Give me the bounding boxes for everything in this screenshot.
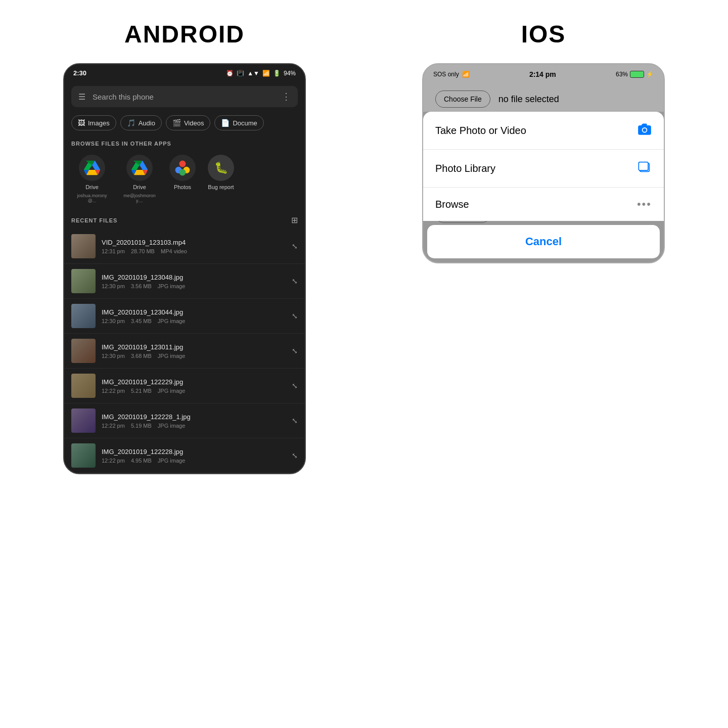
file-size: 3.68 MB [131,353,152,359]
audio-icon: 🎵 [127,119,135,127]
file-row[interactable]: IMG_20201019_122229.jpg 12:22 pm 5.21 MB… [64,369,305,403]
file-info: IMG_20201019_122228.jpg 12:22 pm 4.95 MB… [102,448,286,464]
android-status-bar: 2:30 ⏰ 📳 ▲▼ 📶 🔋 94% [64,64,305,82]
file-meta: 12:30 pm 3.45 MB JPG image [102,318,286,324]
tab-audio[interactable]: 🎵 Audio [120,115,162,130]
partial-file-row: Choose File no file selected [423,90,664,112]
bug-label: Bug report [208,184,234,190]
photo-library-icon [638,160,652,177]
file-meta: 12:22 pm 5.19 MB JPG image [102,423,286,429]
file-size: 4.95 MB [131,458,152,464]
expand-icon[interactable]: ⤡ [292,417,298,425]
file-row[interactable]: VID_20201019_123103.mp4 12:31 pm 28.70 M… [64,229,305,264]
expand-icon[interactable]: ⤡ [292,277,298,285]
file-row[interactable]: IMG_20201019_122228.jpg 12:22 pm 4.95 MB… [64,438,305,473]
file-time: 12:22 pm [102,423,125,429]
photo-library-svg [638,160,652,174]
file-name: IMG_20201019_123044.jpg [102,308,286,316]
file-info: IMG_20201019_123048.jpg 12:30 pm 3.56 MB… [102,274,286,289]
file-meta: 12:30 pm 3.68 MB JPG image [102,353,286,359]
videos-icon: 🎬 [172,119,181,127]
action-browse[interactable]: Browse ••• [423,188,664,221]
tab-videos[interactable]: 🎬 Videos [166,115,211,130]
google-photos-icon [173,159,192,177]
choose-file-btn-partial[interactable]: Choose File [435,90,490,108]
action-photo-library[interactable]: Photo Library [423,150,664,188]
dots-icon: ••• [637,198,652,211]
file-type: JPG image [158,283,185,289]
action-take-photo[interactable]: Take Photo or Video [423,112,664,150]
grid-view-icon[interactable]: ⊞ [291,215,298,225]
file-size: 3.56 MB [131,283,152,289]
file-type: JPG image [158,423,185,429]
category-tabs: 🖼 Images 🎵 Audio 🎬 Videos 📄 Docume [64,111,305,134]
file-row[interactable]: IMG_20201019_123011.jpg 12:30 pm 3.68 MB… [64,334,305,369]
file-size: 28.70 MB [131,248,155,254]
ios-status-left: SOS only 📶 [433,71,470,78]
battery-pct: 94% [284,70,296,77]
expand-icon[interactable]: ⤡ [292,242,298,250]
file-name: IMG_20201019_122229.jpg [102,378,286,386]
app-drive-2[interactable]: Drive me@joshmorony.... [122,155,157,203]
battery-icon: 🔋 [273,70,281,77]
file-thumb [71,374,96,398]
file-thumb [71,304,96,328]
file-list: VID_20201019_123103.mp4 12:31 pm 28.70 M… [64,229,305,473]
bug-icon-circle: 🐛 [208,155,234,181]
ios-heading: IOS [521,20,566,48]
cancel-button[interactable]: Cancel [427,225,660,258]
app-bug-report[interactable]: 🐛 Bug report [208,155,234,190]
file-time: 12:30 pm [102,283,125,289]
file-thumb [71,269,96,293]
app-photos[interactable]: Photos [169,155,196,193]
file-time: 12:22 pm [102,458,125,464]
ios-status-right: 63% ⚡ [616,71,654,78]
file-row[interactable]: IMG_20201019_123048.jpg 12:30 pm 3.56 MB… [64,264,305,299]
tab-images[interactable]: 🖼 Images [71,115,116,130]
file-size: 5.19 MB [131,423,152,429]
file-time: 12:22 pm [102,388,125,394]
drive-2-icon-circle [126,155,153,181]
hamburger-icon[interactable]: ☰ [78,92,85,102]
file-row[interactable]: IMG_20201019_123044.jpg 12:30 pm 3.45 MB… [64,299,305,334]
expand-icon[interactable]: ⤡ [292,382,298,390]
expand-icon[interactable]: ⤡ [292,347,298,355]
expand-icon[interactable]: ⤡ [292,451,298,460]
file-meta: 12:22 pm 5.21 MB JPG image [102,388,286,394]
bug-icon: 🐛 [214,161,228,174]
drive-2-label: Drive [133,184,146,190]
recent-files-header: RECENT FILES ⊞ [64,211,305,229]
file-time: 12:31 pm [102,248,125,254]
android-time: 2:30 [73,69,86,77]
file-name: IMG_20201019_122228.jpg [102,448,286,456]
file-thumb [71,443,96,468]
file-name: VID_20201019_123103.mp4 [102,239,286,246]
app-icons-row: Drive joshua.morony@... [64,151,305,211]
file-type: JPG image [158,318,185,324]
bolt-icon: ⚡ [646,71,654,78]
file-info: VID_20201019_123103.mp4 12:31 pm 28.70 M… [102,239,286,254]
file-thumb [71,408,96,433]
drive-2-sublabel: me@joshmorony.... [122,193,157,203]
tab-documents[interactable]: 📄 Docume [214,115,263,130]
file-size: 5.21 MB [131,388,152,394]
ios-time: 2:14 pm [529,70,556,78]
wifi-icon: 📶 [462,71,470,78]
take-photo-label: Take Photo or Video [435,125,526,136]
file-time: 12:30 pm [102,318,125,324]
main-layout: ANDROID 2:30 ⏰ 📳 ▲▼ 📶 🔋 94% ☰ Search thi… [20,20,708,474]
alarm-icon: ⏰ [226,70,234,77]
more-options-icon[interactable]: ⋮ [282,91,291,102]
svg-rect-10 [639,162,648,170]
file-thumb [71,339,96,363]
expand-icon[interactable]: ⤡ [292,312,298,320]
file-type: MP4 video [161,248,187,254]
app-drive-1[interactable]: Drive joshua.morony@... [74,155,110,203]
no-file-text-partial: no file selected [498,94,559,105]
file-row[interactable]: IMG_20201019_122228_1.jpg 12:22 pm 5.19 … [64,403,305,438]
search-placeholder: Search this phone [93,93,275,101]
ios-phone: SOS only 📶 2:14 pm 63% ⚡ Blank Choose Fi… [422,63,665,263]
android-search-bar[interactable]: ☰ Search this phone ⋮ [71,86,298,107]
svg-rect-8 [642,124,647,126]
file-meta: 12:31 pm 28.70 MB MP4 video [102,248,286,254]
